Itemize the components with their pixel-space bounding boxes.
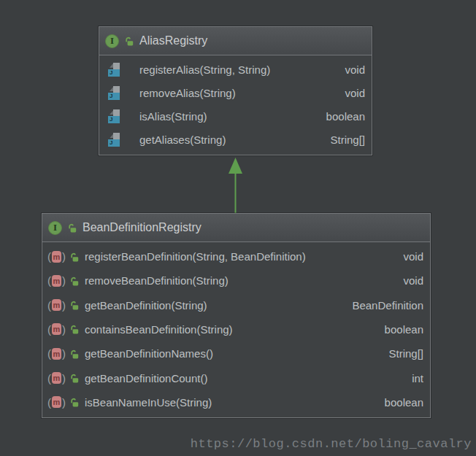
method-return-type: String[] bbox=[330, 134, 372, 146]
method-return-type: void bbox=[345, 87, 372, 99]
method-icon: ( m ) bbox=[47, 299, 66, 311]
method-signature: getBeanDefinitionNames() bbox=[85, 347, 213, 360]
method-row[interactable]: ( m ) isBeanNameInUse(String) boolean bbox=[42, 390, 430, 414]
class-title: BeanDefinitionRegistry bbox=[82, 221, 201, 234]
public-lock-icon bbox=[69, 324, 80, 334]
method-return-type: void bbox=[403, 274, 430, 287]
method-icon: ( m ) bbox=[47, 348, 66, 360]
class-header[interactable]: I AliasRegistry bbox=[99, 27, 372, 55]
method-return-type: boolean bbox=[326, 110, 372, 123]
method-signature: removeBeanDefinition(String) bbox=[85, 274, 229, 287]
method-row[interactable]: ( m ) removeBeanDefinition(String) void bbox=[42, 268, 430, 293]
method-return-type: BeanDefinition bbox=[352, 299, 430, 312]
public-lock-icon bbox=[69, 373, 80, 383]
method-signature: removeAlias(String) bbox=[139, 87, 236, 99]
interface-icon: I bbox=[105, 34, 119, 48]
method-row[interactable]: ( m ) getBeanDefinitionCount() int bbox=[42, 366, 430, 390]
method-icon: ( m ) bbox=[47, 251, 66, 263]
inheritance-arrow bbox=[220, 155, 250, 214]
method-row[interactable]: J removeAlias(String) void bbox=[99, 81, 372, 104]
method-signature: getBeanDefinition(String) bbox=[85, 299, 207, 312]
method-return-type: boolean bbox=[385, 396, 430, 409]
method-signature: getBeanDefinitionCount() bbox=[85, 372, 207, 384]
method-row[interactable]: ( m ) containsBeanDefinition(String) boo… bbox=[42, 317, 430, 341]
public-lock-icon bbox=[124, 36, 134, 46]
method-return-type: void bbox=[345, 63, 372, 76]
public-lock-icon bbox=[69, 397, 80, 407]
interface-icon: I bbox=[48, 221, 62, 235]
java-method-icon: J bbox=[107, 109, 122, 123]
method-signature: isAlias(String) bbox=[139, 110, 207, 123]
method-return-type: boolean bbox=[385, 323, 430, 336]
java-method-icon: J bbox=[107, 63, 122, 77]
method-row[interactable]: J isAlias(String) boolean bbox=[99, 105, 372, 128]
method-return-type: String[] bbox=[388, 347, 430, 360]
public-lock-icon bbox=[69, 300, 80, 310]
method-icon: ( m ) bbox=[47, 275, 66, 287]
class-header[interactable]: I BeanDefinitionRegistry bbox=[42, 214, 430, 242]
class-box-alias-registry[interactable]: I AliasRegistry J registerAlias(String, … bbox=[99, 26, 372, 155]
class-box-bean-definition-registry[interactable]: I BeanDefinitionRegistry ( m ) registerB… bbox=[42, 213, 431, 418]
public-lock-icon bbox=[69, 276, 80, 286]
method-signature: registerAlias(String, String) bbox=[139, 63, 270, 76]
method-return-type: void bbox=[403, 250, 430, 263]
watermark: https://blog.csdn.net/boling_cavalry bbox=[191, 437, 472, 451]
class-title: AliasRegistry bbox=[139, 34, 207, 47]
method-signature: isBeanNameInUse(String) bbox=[85, 396, 212, 409]
method-signature: containsBeanDefinition(String) bbox=[85, 323, 233, 336]
public-lock-icon bbox=[69, 349, 80, 359]
method-icon: ( m ) bbox=[47, 396, 66, 408]
method-row[interactable]: ( m ) getBeanDefinition(String) BeanDefi… bbox=[42, 293, 430, 317]
method-row[interactable]: J getAliases(String) String[] bbox=[99, 128, 372, 152]
method-list: ( m ) registerBeanDefinition(String, Bea… bbox=[42, 242, 430, 417]
public-lock-icon bbox=[69, 252, 80, 262]
java-method-icon: J bbox=[107, 86, 122, 100]
method-row[interactable]: ( m ) getBeanDefinitionNames() String[] bbox=[42, 341, 430, 366]
method-icon: ( m ) bbox=[47, 372, 66, 384]
method-return-type: int bbox=[412, 372, 430, 384]
method-list: J registerAlias(String, String) void J r… bbox=[99, 55, 372, 155]
method-row[interactable]: J registerAlias(String, String) void bbox=[99, 58, 372, 81]
method-signature: getAliases(String) bbox=[139, 134, 226, 146]
method-signature: registerBeanDefinition(String, BeanDefin… bbox=[85, 250, 306, 263]
java-method-icon: J bbox=[107, 133, 122, 147]
method-icon: ( m ) bbox=[47, 323, 66, 335]
public-lock-icon bbox=[67, 223, 77, 233]
method-row[interactable]: ( m ) registerBeanDefinition(String, Bea… bbox=[42, 244, 430, 268]
